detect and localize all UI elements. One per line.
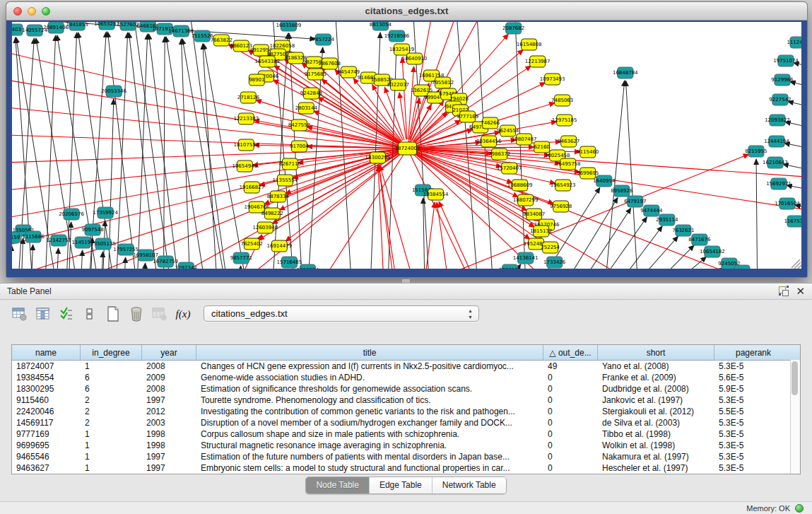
column-header-6[interactable]: pagerank — [714, 345, 792, 360]
graph-node[interactable]: 18724007 — [395, 142, 420, 155]
graph-node[interactable]: 1292344 — [175, 262, 198, 269]
table-selector-combo[interactable]: citations_edges.txt ▲ ▼ — [204, 305, 479, 322]
graph-node[interactable]: 17016504 — [775, 198, 800, 209]
table-cell[interactable]: 0 — [543, 383, 598, 395]
graph-node[interactable]: 10653287 — [94, 22, 119, 30]
graph-node[interactable]: 9115460 — [577, 146, 599, 158]
create-column-button[interactable] — [103, 305, 123, 323]
table-cell[interactable]: 1 — [81, 451, 142, 462]
table-cell[interactable]: 2008 — [142, 361, 196, 372]
table-cell[interactable]: Embryonic stem cells: a model to study s… — [196, 462, 543, 474]
table-row[interactable]: 1456911722003Disruption of a novel membe… — [12, 417, 800, 428]
graph-node[interactable]: 16033809 — [276, 22, 302, 31]
graph-node[interactable]: 8860123 — [230, 40, 252, 52]
graph-node[interactable]: 62160 — [534, 141, 550, 153]
column-header-4[interactable]: △ out_de... — [543, 345, 598, 360]
function-builder-button[interactable]: f(x) — [173, 305, 193, 323]
table-cell[interactable]: 0 — [543, 440, 598, 451]
graph-node[interactable]: 9097548 — [82, 224, 104, 235]
table-cell[interactable]: 5.3E-5 — [714, 428, 792, 440]
graph-node[interactable]: 8267110 — [279, 158, 301, 170]
table-cell[interactable]: 0 — [543, 395, 598, 406]
graph-node[interactable]: 6403 — [12, 24, 23, 35]
table-cell[interactable]: 1997 — [142, 395, 196, 406]
table-cell[interactable]: Stergiakouli et al. (2012) — [598, 406, 714, 417]
table-cell[interactable]: 2008 — [142, 383, 196, 395]
graph-node[interactable]: 12093822 — [765, 115, 790, 126]
table-cell[interactable]: 1997 — [142, 451, 196, 462]
graph-node[interactable]: 9699695 — [577, 168, 599, 179]
table-cell[interactable]: 9699695 — [12, 440, 81, 451]
delete-table-button[interactable] — [150, 305, 170, 323]
graph-node[interactable]: 252254 — [541, 242, 560, 253]
table-cell[interactable]: 49 — [543, 361, 598, 372]
table-cell[interactable]: 9465546 — [12, 451, 81, 462]
canvas-resize-grip[interactable] — [792, 259, 801, 269]
network-canvas-svg[interactable]: 6403140557242089140618418531065328715276… — [12, 22, 801, 269]
graph-node[interactable]: 9175685 — [305, 69, 326, 80]
table-cell[interactable]: 5.3E-5 — [714, 361, 792, 372]
graph-node[interactable]: 19166827 — [239, 182, 264, 193]
table-cell[interactable]: 6 — [81, 383, 142, 395]
window-minimize-button[interactable] — [28, 7, 36, 16]
table-cell[interactable]: 5.6E-5 — [714, 372, 792, 383]
graph-node[interactable]: 7663822 — [211, 35, 233, 46]
table-cell[interactable]: Genome-wide association studies in ADHD. — [196, 372, 543, 383]
column-header-5[interactable]: short — [598, 345, 714, 360]
tab-node-table[interactable]: Node Table — [306, 477, 370, 493]
table-cell[interactable]: Investigating the contribution of common… — [196, 406, 543, 417]
table-cell[interactable]: 18300295 — [12, 383, 81, 395]
graph-node[interactable]: 1640954 — [593, 175, 616, 187]
table-cell[interactable]: 1 — [81, 440, 142, 451]
graph-node[interactable]: 9756928 — [550, 201, 572, 212]
graph-node[interactable]: 12444194 — [764, 136, 789, 147]
delete-column-button[interactable] — [126, 305, 146, 323]
table-cell[interactable]: de Silva et al. (2003) — [598, 417, 714, 428]
graph-node[interactable]: 8427552 — [288, 119, 310, 131]
graph-node[interactable]: 1841853 — [66, 22, 88, 30]
table-cell[interactable]: 0 — [543, 462, 598, 474]
graph-node[interactable]: 39159 — [12, 232, 20, 243]
table-cell[interactable]: 2 — [81, 406, 142, 417]
graph-node[interactable]: 2935114 — [656, 214, 678, 226]
table-cell[interactable]: 1998 — [142, 428, 196, 440]
table-cell[interactable]: 5.3E-5 — [714, 462, 792, 474]
graph-node[interactable]: 2867608 — [319, 58, 341, 69]
graph-node[interactable]: 9227542 — [769, 94, 791, 105]
table-cell[interactable]: Yano et al. (2008) — [598, 361, 714, 372]
table-cell[interactable]: 2009 — [142, 372, 196, 383]
graph-node[interactable]: 3095562 — [499, 264, 521, 269]
float-panel-icon[interactable] — [778, 286, 789, 296]
graph-node[interactable]: 12213987 — [525, 56, 551, 67]
table-row[interactable]: 977716911998Corpus callosum shape and si… — [12, 428, 800, 440]
graph-node[interactable]: 8454749 — [338, 66, 360, 78]
graph-node[interactable]: 8471676 — [688, 234, 711, 245]
table-cell[interactable]: 5.9E-5 — [714, 383, 792, 395]
window-zoom-button[interactable] — [42, 7, 50, 16]
graph-node[interactable]: 1733426 — [543, 257, 566, 268]
table-cell[interactable]: 0 — [543, 428, 598, 440]
table-cell[interactable]: 0 — [543, 417, 598, 428]
graph-node[interactable]: 11355554 — [273, 175, 298, 186]
table-mode-button[interactable] — [10, 305, 30, 323]
table-cell[interactable]: Hescheler et al. (1997) — [598, 462, 714, 474]
graph-node[interactable]: 7632621 — [672, 225, 694, 236]
column-header-2[interactable]: year — [142, 345, 196, 360]
table-row[interactable]: 969969511998Structural magnetic resonanc… — [12, 440, 800, 451]
graph-node[interactable]: 9834067 — [523, 209, 545, 220]
table-cell[interactable]: 1 — [81, 428, 142, 440]
graph-node[interactable]: 20053346 — [101, 86, 126, 97]
close-panel-icon[interactable]: ✕ — [796, 286, 805, 296]
table-cell[interactable]: 0 — [543, 451, 598, 462]
graph-node[interactable]: 9129966 — [771, 74, 794, 86]
graph-node[interactable]: 746266 — [481, 117, 500, 129]
graph-node[interactable]: 12975185 — [552, 115, 577, 126]
table-cell[interactable]: Dudbridge et al. (2008) — [598, 383, 714, 395]
graph-node[interactable]: 15692971 — [766, 178, 792, 189]
graph-node[interactable]: 8215955 — [745, 146, 767, 157]
table-cell[interactable]: 2003 — [142, 417, 196, 428]
graph-node[interactable]: 15720407 — [497, 163, 522, 174]
table-cell[interactable]: 6 — [81, 372, 142, 383]
table-cell[interactable]: Tourette syndrome. Phenomenology and cla… — [196, 395, 543, 406]
table-cell[interactable]: Wolkin et al. (1998) — [598, 440, 714, 451]
